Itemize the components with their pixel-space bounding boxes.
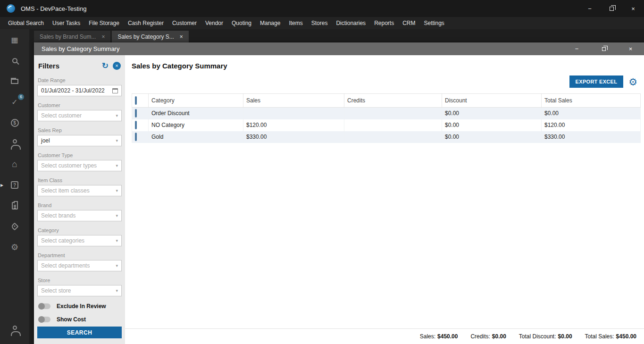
report-toolbar: EXPORT EXCEL ⚙ [125,70,644,92]
app-logo-icon [7,4,15,13]
refresh-icon[interactable]: ↻ [102,62,109,70]
dropdown-arrow-icon: ▾ [114,238,118,243]
tab-sales-by-brand[interactable]: Sales by Brand Sum... × [34,31,110,42]
date-range-input[interactable]: 01/Jul/2022 - 31/Jul/2022 [37,85,122,96]
column-header-total-sales[interactable]: Total Sales [542,94,641,108]
column-header-credits[interactable]: Credits [344,94,442,108]
dropdown-arrow-icon: ▾ [114,213,118,218]
category-select[interactable]: Select categories ▾ [37,235,122,246]
clear-filters-icon[interactable]: × [113,62,121,70]
grid-settings-gear-icon[interactable]: ⚙ [628,77,637,87]
column-header-sales[interactable]: Sales [243,94,344,108]
dropdown-arrow-icon: ▾ [114,263,118,268]
filter-department: Department Select departments ▾ [37,252,122,271]
report-window: Sales by Category Summary − × Filters ↻ … [34,42,644,344]
row-checkbox[interactable] [135,133,137,141]
show-cost-toggle[interactable] [38,317,50,322]
filter-brand: Brand Select brands ▾ [37,202,122,221]
tab-close-icon[interactable]: × [180,34,183,40]
close-button[interactable]: × [622,0,644,17]
tasks-icon[interactable]: ✓ 6 [0,92,29,112]
table-row[interactable]: NO Category $120.00 $0.00 $120.00 [132,119,641,131]
menu-quoting[interactable]: Quoting [227,17,256,29]
tab-close-icon[interactable]: × [101,34,105,40]
menu-user-tasks[interactable]: User Tasks [48,17,84,29]
menu-vendor[interactable]: Vendor [201,17,227,29]
export-excel-button[interactable]: EXPORT EXCEL [569,76,624,88]
tasks-badge: 6 [18,94,24,100]
menu-reports[interactable]: Reports [370,17,398,29]
folder-icon[interactable] [0,71,29,92]
row-checkbox[interactable] [135,121,137,129]
restore-button[interactable] [590,42,617,55]
total-credits-summary: Credits:$0.00 [470,333,506,340]
column-header-discount[interactable]: Discount [442,94,542,108]
minimize-button[interactable]: − [579,0,601,17]
dropdown-arrow-icon: ▾ [114,188,118,193]
restore-icon [610,7,614,11]
filters-panel: Filters ↻ × Date Range 01/Jul/2022 - 31/… [34,55,125,344]
report-content: Sales by Category Summary EXPORT EXCEL ⚙… [125,55,644,344]
report-window-title: Sales by Category Summary [42,45,119,52]
restore-icon [602,47,606,51]
item-class-select[interactable]: Select item classes ▾ [37,185,122,196]
menu-manage[interactable]: Manage [256,17,284,29]
grand-total-summary: Total Sales:$450.00 [585,333,636,340]
store-icon[interactable]: ⌂ [0,154,29,175]
sales-rep-select[interactable]: joel ▾ [37,135,122,146]
restore-button[interactable] [601,0,622,17]
select-all-checkbox[interactable] [135,96,137,105]
exclude-in-review-toggle[interactable] [38,303,50,309]
minimize-button[interactable]: − [563,42,590,55]
toggle-exclude-in-review-row: Exclude In Review [37,303,122,310]
department-select[interactable]: Select departments ▾ [37,260,122,271]
menu-crm[interactable]: CRM [398,17,419,29]
orders-icon[interactable] [0,195,29,216]
menu-dictionaries[interactable]: Dictionaries [332,17,370,29]
row-checkbox[interactable] [135,109,137,117]
customer-type-select[interactable]: Select customer types ▾ [37,160,122,171]
totals-statusbar: Sales:$450.00 Credits:$0.00 Total Discou… [125,328,644,344]
filter-customer: Customer Select customer ▾ [37,102,122,121]
settings-icon[interactable]: ⚙ [0,237,29,258]
user-icon[interactable] [0,319,29,340]
dropdown-arrow-icon: ▾ [114,138,118,143]
window-titlebar: OMS - DevPace-Testing − × [0,0,644,17]
calendar-icon[interactable] [112,88,118,93]
menu-file-storage[interactable]: File Storage [84,17,124,29]
dropdown-arrow-icon: ▾ [114,113,118,118]
window-title: OMS - DevPace-Testing [21,5,86,12]
items-icon[interactable]: ? [0,175,29,195]
customer-select[interactable]: Select customer ▾ [37,110,122,121]
table-row[interactable]: Gold $330.00 $0.00 $330.00 [132,131,641,143]
report-grid: Category Sales Credits Discount Total Sa… [132,93,641,143]
toggle-show-cost-row: Show Cost [37,316,122,323]
search-icon[interactable] [0,50,29,71]
customers-icon[interactable] [0,133,29,154]
menu-cash-register[interactable]: Cash Register [124,17,168,29]
panel-expander-icon[interactable]: ▸ [0,182,3,188]
grid-header-row: Category Sales Credits Discount Total Sa… [132,94,641,108]
tags-icon[interactable] [0,216,29,237]
menu-settings[interactable]: Settings [419,17,448,29]
menu-customer[interactable]: Customer [168,17,201,29]
filter-sales-rep: Sales Rep joel ▾ [37,127,122,146]
menu-items[interactable]: Items [284,17,307,29]
payments-icon[interactable]: $ [0,112,29,133]
search-button[interactable]: SEARCH [37,327,122,338]
dashboard-icon[interactable]: ▦ [0,29,29,50]
total-sales-summary: Sales:$450.00 [420,333,458,340]
store-select[interactable]: Select store ▾ [37,285,122,296]
table-row[interactable]: Order Discount $0.00 $0.00 [132,108,641,119]
filter-customer-type: Customer Type Select customer types ▾ [37,152,122,171]
main-menubar: Global Search User Tasks File Storage Ca… [0,17,644,29]
window-controls: − × [579,0,644,17]
dropdown-arrow-icon: ▾ [114,288,118,293]
menu-global-search[interactable]: Global Search [4,17,48,29]
brand-select[interactable]: Select brands ▾ [37,210,122,221]
column-header-category[interactable]: Category [149,94,243,108]
close-button[interactable]: × [617,42,644,55]
filter-store: Store Select store ▾ [37,277,122,296]
menu-stores[interactable]: Stores [307,17,332,29]
tab-sales-by-category[interactable]: Sales by Category S... × [112,31,188,42]
